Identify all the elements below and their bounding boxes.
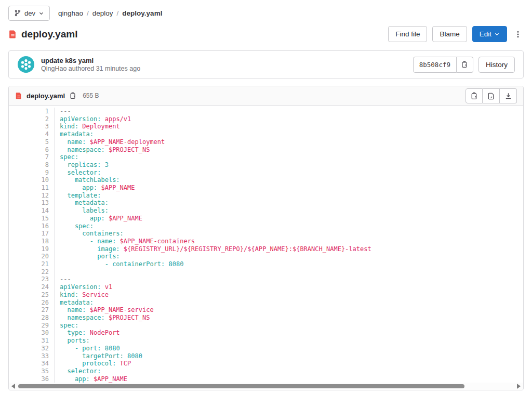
code-line: 6 namespace: $PROJECT_NS (9, 146, 523, 154)
line-number-link[interactable]: 18 (9, 238, 55, 245)
line-number-link[interactable]: 33 (9, 352, 55, 360)
clipboard-copy-icon (470, 92, 478, 100)
line-number-link[interactable]: 12 (9, 192, 55, 200)
more-options-kebab-icon[interactable] (512, 26, 524, 42)
scroll-left-arrow[interactable] (11, 384, 15, 389)
clipboard-copy-icon (69, 92, 76, 99)
code-line: 35 selector: (9, 368, 523, 375)
code-line-content: kind: Service (55, 291, 109, 299)
line-number-link[interactable]: 1 (9, 108, 55, 115)
git-branch-icon (14, 9, 21, 17)
code-line: 26metadata: (9, 299, 523, 307)
line-number-link[interactable]: 22 (9, 268, 55, 276)
code-line: 18 - name: $APP_NAME-containers (9, 238, 523, 245)
line-number-link[interactable]: 10 (9, 176, 55, 184)
code-line-content: metadata: (55, 130, 94, 138)
line-number-link[interactable]: 20 (9, 253, 55, 260)
top-bar: dev qinghao / deploy / deploy.yaml (8, 5, 524, 21)
code-line-content: ports: (55, 337, 90, 345)
code-line: 23--- (9, 276, 523, 283)
line-number-link[interactable]: 24 (9, 283, 55, 291)
copy-sha-button[interactable] (457, 57, 473, 73)
file-size: 655 B (83, 92, 99, 99)
line-number-link[interactable]: 2 (9, 115, 55, 123)
line-number-link[interactable]: 5 (9, 138, 55, 146)
scroll-right-arrow[interactable] (517, 384, 521, 389)
file-viewer-page: dev qinghao / deploy / deploy.yaml deplo… (0, 5, 532, 390)
line-number-link[interactable]: 29 (9, 322, 55, 330)
commit-sha-group: 8b508cf9 (413, 57, 473, 73)
find-file-button[interactable]: Find file (388, 26, 427, 42)
title-actions: Find file Blame Edit (388, 26, 524, 42)
line-number-link[interactable]: 4 (9, 130, 55, 138)
commit-message-link[interactable]: update k8s yaml (41, 57, 140, 64)
line-number-link[interactable]: 32 (9, 345, 55, 352)
code-line: 5 name: $APP_NAME-deployment (9, 138, 523, 146)
line-number-link[interactable]: 11 (9, 184, 55, 192)
line-number-link[interactable]: 35 (9, 368, 55, 375)
line-number-link[interactable]: 36 (9, 375, 55, 383)
line-number-link[interactable]: 7 (9, 153, 55, 161)
line-number-link[interactable]: 23 (9, 276, 55, 283)
breadcrumb-folder[interactable]: deploy (92, 9, 113, 17)
edit-button[interactable]: Edit (472, 26, 507, 42)
code-line-content: - containerPort: 8080 (55, 260, 183, 268)
code-line-content: namespace: $PROJECT_NS (55, 314, 150, 322)
code-line-content: spec: (55, 153, 78, 161)
line-number-link[interactable]: 30 (9, 329, 55, 337)
code-line-content: app: $APP_NAME (55, 375, 127, 383)
code-line: 15 app: $APP_NAME (9, 215, 523, 222)
commit-actions: 8b508cf9 History (413, 57, 515, 73)
line-number-link[interactable]: 16 (9, 222, 55, 230)
line-number-link[interactable]: 27 (9, 306, 55, 314)
line-number-link[interactable]: 15 (9, 215, 55, 222)
line-number-link[interactable]: 21 (9, 260, 55, 268)
title-row: deploy.yaml Find file Blame Edit (8, 26, 524, 42)
blame-button[interactable]: Blame (432, 26, 467, 42)
line-number-link[interactable]: 3 (9, 123, 55, 130)
code-line-content: selector: (55, 169, 101, 177)
code-line-content: selector: (55, 368, 101, 375)
code-line-content: apiVersion: v1 (55, 283, 112, 291)
download-button[interactable] (500, 88, 517, 103)
line-number-link[interactable]: 25 (9, 291, 55, 299)
open-raw-file-button[interactable] (483, 88, 500, 103)
code-line: 24apiVersion: v1 (9, 283, 523, 291)
code-line: 8 replicas: 3 (9, 161, 523, 169)
line-number-link[interactable]: 8 (9, 161, 55, 169)
code-line-content: apiVersion: apps/v1 (55, 115, 131, 123)
line-number-link[interactable]: 9 (9, 169, 55, 177)
line-number-link[interactable]: 28 (9, 314, 55, 322)
line-number-link[interactable]: 34 (9, 360, 55, 368)
code-line: 9 selector: (9, 169, 523, 177)
line-number-link[interactable]: 31 (9, 337, 55, 345)
code-line-content: spec: (55, 222, 94, 230)
line-number-link[interactable]: 13 (9, 199, 55, 207)
copy-file-contents-button[interactable] (466, 88, 483, 103)
code-line-content: kind: Deployment (55, 123, 120, 130)
scrollbar-thumb[interactable] (18, 384, 464, 388)
branch-selector[interactable]: dev (8, 6, 50, 21)
copy-file-path-button[interactable] (69, 92, 76, 99)
breadcrumb-project[interactable]: qinghao (58, 9, 83, 17)
horizontal-scrollbar (9, 383, 523, 390)
breadcrumb-file: deploy.yaml (122, 9, 162, 17)
last-commit-box: update k8s yaml QingHao authored 31 minu… (8, 50, 524, 78)
line-number-link[interactable]: 17 (9, 230, 55, 238)
code-line-content: - name: $APP_NAME-containers (55, 238, 195, 245)
code-line: 29spec: (9, 322, 523, 330)
raw-file-icon (487, 92, 495, 100)
history-button[interactable]: History (478, 57, 515, 73)
code-line-content: ports: (55, 253, 120, 260)
scrollbar-track[interactable] (18, 384, 514, 388)
code-line-content: replicas: 3 (55, 161, 109, 169)
line-number-link[interactable]: 14 (9, 207, 55, 215)
code-line: 28 namespace: $PROJECT_NS (9, 314, 523, 322)
code-line-content: template: (55, 192, 101, 200)
line-number-link[interactable]: 6 (9, 146, 55, 154)
breadcrumb-separator: / (117, 9, 119, 17)
code-line: 17 containers: (9, 230, 523, 238)
yaml-file-icon (8, 30, 17, 38)
line-number-link[interactable]: 19 (9, 245, 55, 253)
line-number-link[interactable]: 26 (9, 299, 55, 307)
